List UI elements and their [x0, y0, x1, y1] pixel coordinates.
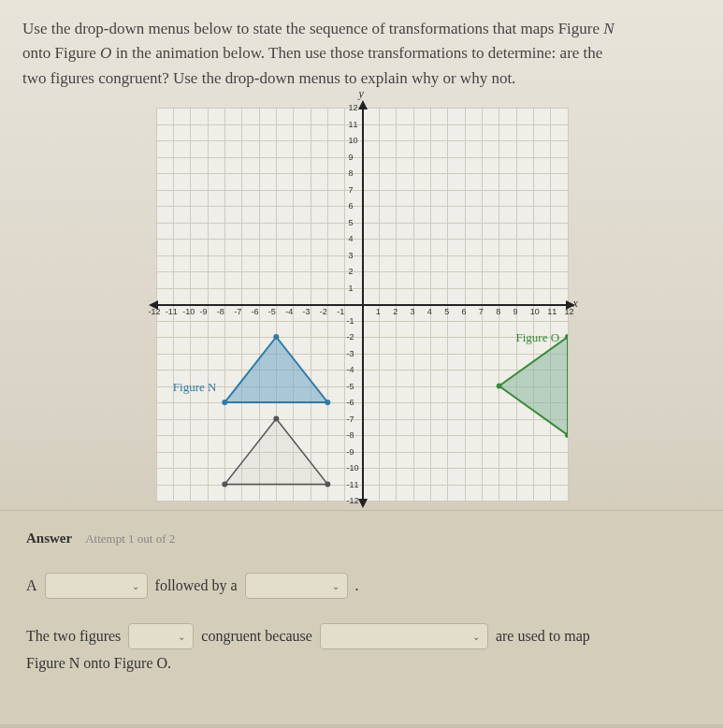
text-are-used: are used to map: [496, 628, 590, 645]
text-map-statement: Figure N onto Figure O.: [26, 655, 171, 672]
q-text-1: Use the drop-down menus below to state t…: [22, 20, 603, 37]
text-two-figures: The two figures: [26, 628, 121, 645]
answer-label: Answer: [26, 531, 72, 546]
attempt-counter: Attempt 1 out of 2: [85, 531, 175, 546]
figure-o-label: Figure O: [516, 330, 560, 345]
graph-container: 121110987654321-1-2-3-4-5-6-7-8-9-10-11-…: [0, 98, 723, 504]
text-congruent-because: congruent because: [201, 628, 312, 645]
q-text-3: two figures congruent? Use the drop-down…: [22, 69, 515, 87]
chevron-down-icon: ⌄: [472, 632, 480, 642]
question-text: Use the drop-down menus below to state t…: [0, 0, 723, 98]
answer-sentence-1: A ⌄ followed by a ⌄ .: [26, 573, 697, 599]
chevron-down-icon: ⌄: [132, 581, 139, 591]
answer-header: Answer Attempt 1 out of 2: [26, 530, 697, 546]
q-text-2a: onto Figure: [22, 44, 100, 62]
answer-sentence-2: The two figures ⌄ congruent because ⌄ ar…: [26, 623, 697, 649]
answer-sentence-3: Figure N onto Figure O.: [26, 655, 697, 672]
coordinate-plane: 121110987654321-1-2-3-4-5-6-7-8-9-10-11-…: [156, 108, 568, 501]
transformation-2-dropdown[interactable]: ⌄: [245, 573, 348, 599]
answer-section: Answer Attempt 1 out of 2 A ⌄ followed b…: [0, 510, 723, 724]
text-followed-by: followed by a: [155, 577, 238, 594]
reason-dropdown[interactable]: ⌄: [320, 623, 488, 649]
text-a: A: [26, 577, 37, 594]
transformation-1-dropdown[interactable]: ⌄: [45, 573, 148, 599]
text-period: .: [355, 577, 359, 594]
figure-n-ref: N: [603, 20, 614, 37]
figure-n-label: Figure N: [173, 380, 217, 395]
figure-o-ref: O: [100, 44, 111, 62]
q-text-2c: in the animation below. Then use those t…: [111, 44, 602, 62]
chevron-down-icon: ⌄: [178, 632, 185, 642]
chevron-down-icon: ⌄: [332, 581, 340, 591]
congruent-dropdown[interactable]: ⌄: [128, 623, 194, 649]
